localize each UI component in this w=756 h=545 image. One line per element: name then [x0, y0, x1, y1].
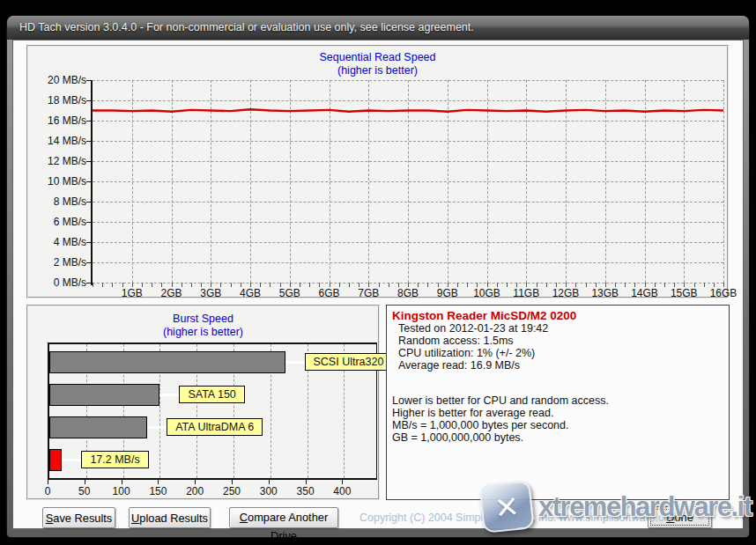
x-axis-tick-label: 11GB — [506, 287, 546, 299]
y-axis-tick-label: 0 MB/s — [32, 276, 86, 289]
chart-title-text: Sequential Read Speed — [28, 51, 727, 64]
hdtach-window: HD Tach version 3.0.4.0 - For non-commer… — [6, 15, 750, 538]
x-axis-tick-label: 10GB — [467, 287, 508, 299]
x-glyph: ✕ — [493, 488, 522, 526]
y-axis-tick-label: 20 MB/s — [32, 74, 86, 86]
upload-results-button[interactable]: Upload Results — [129, 507, 211, 528]
burst-plot-frame: SCSI Ultra320SATA 150ATA UltraDMA 617.2 … — [48, 342, 377, 480]
burst-tick-mark — [306, 480, 307, 484]
burst-tick-mark — [48, 480, 48, 484]
burst-bar-2 — [49, 384, 159, 406]
drive-details: Tested on 2012-01-23 at 19:42Random acce… — [392, 322, 723, 372]
info-note-line: Lower is better for CPU and random acces… — [392, 394, 723, 407]
burst-bar-label: SCSI Ultra320 — [305, 353, 393, 371]
compare-another-drive-button[interactable]: Compare Another Drive — [229, 507, 338, 528]
burst-tick-label: 0 — [30, 485, 65, 497]
bar-label-connector — [147, 426, 167, 429]
burst-bar-4 — [49, 449, 62, 471]
burst-tick-label: 300 — [251, 485, 286, 497]
y-axis-tick-label: 18 MB/s — [32, 94, 86, 107]
y-axis-tick-label: 10 MB/s — [32, 175, 86, 188]
chart-subtitle-text: (higher is better) — [28, 326, 378, 339]
info-note-line: Higher is better for average read. — [392, 407, 723, 419]
y-axis-tick-mark — [86, 181, 91, 182]
burst-chart-title: Burst Speed (higher is better) — [28, 313, 378, 339]
drive-detail-line: Random access: 1.5ms — [392, 335, 723, 347]
x-axis-tick-label: 13GB — [585, 287, 626, 299]
sequential-read-chart-title: Sequential Read Speed (higher is better) — [28, 51, 727, 77]
burst-tick-label: 350 — [288, 485, 323, 497]
chart-subtitle-text: (higher is better) — [28, 64, 727, 77]
burst-tick-label: 150 — [140, 485, 175, 497]
drive-info-panel: Kingston Reader MicSD/M2 0200 Tested on … — [386, 305, 730, 500]
burst-bar-label: 17.2 MB/s — [81, 451, 148, 468]
x-axis-tick-label: 9GB — [427, 287, 468, 299]
burst-tick-label: 200 — [177, 485, 212, 497]
burst-tick-mark — [122, 480, 122, 484]
burst-tick-mark — [269, 480, 270, 484]
y-axis-tick-label: 14 MB/s — [32, 135, 86, 147]
y-axis-tick-label: 6 MB/s — [32, 216, 86, 228]
y-axis-tick-mark — [86, 262, 91, 263]
window-title: HD Tach version 3.0.4.0 - For non-commer… — [19, 21, 474, 33]
x-axis-tick-label: 12GB — [545, 287, 586, 299]
drive-detail-line: Tested on 2012-01-23 at 19:42 — [392, 322, 723, 335]
x-axis-tick-label: 4GB — [230, 287, 271, 299]
y-axis-tick-label: 8 MB/s — [32, 195, 86, 208]
y-axis-tick-mark — [86, 141, 91, 142]
x-axis-tick-label: 16GB — [703, 287, 744, 299]
y-axis-tick-label: 16 MB/s — [32, 114, 86, 127]
burst-tick-label: 250 — [214, 485, 249, 497]
x-axis-tick-label: 3GB — [190, 287, 231, 299]
sequential-read-panel: Sequential Read Speed (higher is better)… — [26, 45, 729, 298]
y-axis-tick-mark — [86, 242, 91, 243]
read-speed-line — [93, 80, 723, 283]
x-axis-tick-label: 5GB — [270, 287, 310, 299]
burst-bar-label: ATA UltraDMA 6 — [167, 418, 263, 436]
window-content: Sequential Read Speed (higher is better)… — [12, 40, 744, 529]
x-axis-tick-label: 1GB — [112, 287, 152, 299]
burst-speed-panel: Burst Speed (higher is better) SCSI Ultr… — [26, 305, 380, 500]
info-note-line: MB/s = 1,000,000 bytes per second. — [392, 419, 723, 431]
x-axis-tick-label: 15GB — [663, 287, 704, 299]
y-axis-tick-label: 4 MB/s — [32, 236, 86, 248]
drive-detail-line: Average read: 16.9 MB/s — [392, 359, 723, 372]
y-axis-tick-mark — [86, 161, 91, 162]
burst-tick-mark — [158, 480, 159, 484]
sequential-read-plot-area — [93, 80, 723, 283]
bar-label-connector — [159, 394, 179, 396]
burst-bar-label: SATA 150 — [179, 386, 244, 403]
y-axis-tick-mark — [86, 121, 91, 122]
burst-tick-mark — [232, 480, 233, 484]
burst-tick-label: 100 — [104, 485, 139, 497]
burst-tick-mark — [195, 480, 196, 484]
x-axis-tick-label: 6GB — [309, 287, 350, 299]
y-axis-tick-label: 12 MB/s — [32, 155, 86, 167]
screen-background: HD Tach version 3.0.4.0 - For non-commer… — [0, 0, 756, 545]
y-axis-tick-label: 2 MB/s — [32, 256, 86, 269]
y-axis-tick-mark — [86, 283, 91, 284]
burst-bar-1 — [49, 351, 285, 373]
burst-tick-mark — [342, 480, 343, 484]
x-axis-tick-label: 2GB — [152, 287, 192, 299]
save-results-button[interactable]: Save Results — [42, 507, 115, 528]
y-axis-tick-mark — [86, 222, 91, 223]
burst-tick-label: 50 — [67, 485, 102, 497]
burst-tick-mark — [85, 480, 85, 484]
window-titlebar[interactable]: HD Tach version 3.0.4.0 - For non-commer… — [7, 16, 749, 40]
y-axis-tick-mark — [86, 100, 91, 101]
info-note-line: GB = 1,000,000,000 bytes. — [392, 431, 723, 444]
drive-name: Kingston Reader MicSD/M2 0200 — [392, 309, 723, 322]
y-axis-tick-mark — [86, 80, 91, 81]
x-axis-tick-label: 8GB — [388, 287, 428, 299]
chart-title-text: Burst Speed — [28, 313, 378, 326]
x-axis-tick-label: 7GB — [348, 287, 389, 299]
drive-detail-line: CPU utilization: 1% (+/- 2%) — [392, 347, 723, 359]
y-axis-tick-mark — [86, 202, 91, 203]
watermark-text: xtremehardware.it — [538, 491, 752, 523]
x-gridline — [723, 80, 724, 283]
x-axis-tick-label: 14GB — [625, 287, 665, 299]
burst-tick-label: 400 — [324, 485, 359, 497]
bar-label-connector — [285, 361, 305, 364]
info-notes: Lower is better for CPU and random acces… — [392, 394, 723, 444]
